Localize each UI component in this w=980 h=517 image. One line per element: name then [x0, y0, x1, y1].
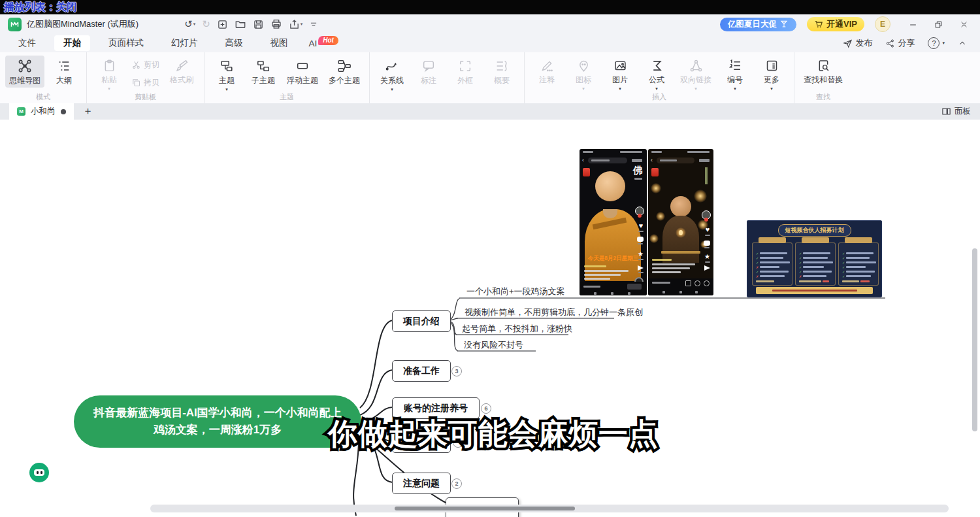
boundary-label: 外框 — [457, 75, 473, 86]
multi-topic-icon — [337, 59, 351, 73]
menu-file[interactable]: 文件 — [9, 35, 45, 51]
undo-button[interactable]: ↺▾ — [184, 18, 195, 30]
vip-upgrade-button[interactable]: 开通VIP — [807, 17, 864, 31]
comment-button[interactable]: 注释 — [530, 56, 564, 87]
branch-node-cautions[interactable]: 注意问题 — [392, 473, 451, 494]
save-button[interactable] — [253, 19, 264, 30]
more-insert-button[interactable]: 更多 ▾ — [755, 56, 789, 92]
find-replace-button[interactable]: 查找和替换 — [800, 56, 847, 87]
child-topic[interactable]: 起号简单，不投抖加，涨粉快 — [462, 323, 572, 335]
new-document-button[interactable] — [217, 19, 228, 30]
collapse-badge[interactable]: 3 — [451, 366, 462, 376]
help-icon: ? — [928, 37, 939, 49]
summary-button[interactable]: 概要 — [485, 56, 519, 88]
cut-button[interactable]: 剪切 — [129, 58, 162, 72]
icon-insert-button[interactable]: 图标 ▾ — [566, 56, 600, 92]
relation-line-button[interactable]: 关系线 ▾ — [375, 56, 409, 92]
callout-button[interactable]: 标注 — [412, 56, 446, 88]
child-topic[interactable]: 没有风险不封号 — [464, 339, 523, 351]
red-packet-icon — [651, 168, 659, 176]
vip-label: 开通VIP — [826, 18, 857, 30]
document-tab-bar: M 小和尚 ＋ 面板 — [0, 103, 980, 120]
horizontal-scrollbar-thumb[interactable] — [395, 507, 575, 510]
boundary-button[interactable]: 外框 — [448, 56, 482, 88]
redo-button[interactable]: ↻ — [202, 18, 210, 30]
outline-mode-label: 大纲 — [56, 75, 72, 86]
user-avatar[interactable]: E — [875, 16, 890, 32]
child-topic[interactable]: 一个小和尚+一段鸡汤文案 — [466, 286, 565, 297]
topic-button[interactable]: 主题 ▾ — [210, 56, 244, 92]
collapse-badge[interactable]: 2 — [451, 478, 462, 489]
help-button[interactable]: ?▾ — [928, 37, 945, 49]
comment-icon — [704, 241, 710, 248]
picture-icon — [613, 59, 627, 73]
title-bar: 亿图脑图MindMaster (试用版) ↺▾ ↻ ▾ 亿图夏日大促 开通VIP… — [0, 14, 980, 34]
plan-column-2: ✓ ✓ ✓ ✓ ✓ ✗ — [795, 242, 836, 286]
menu-home[interactable]: 开始 — [54, 35, 90, 51]
cocktail-icon — [779, 20, 789, 29]
picture-button[interactable]: 图片 ▾ — [603, 56, 637, 92]
document-tab[interactable]: M 小和尚 — [9, 103, 74, 120]
uploader-avatar-icon — [635, 207, 644, 218]
customize-toolbar-button[interactable] — [309, 20, 318, 29]
panel-toggle-button[interactable]: 面板 — [941, 106, 971, 117]
playlist-status-text: 播放列表：关闭 — [4, 1, 77, 14]
pin-smiley-icon — [577, 59, 591, 73]
child-topic[interactable]: 视频制作简单，不用剪辑功底，几分钟一条原创 — [465, 307, 643, 318]
publish-button[interactable]: 发布 — [843, 37, 872, 49]
copy-icon — [131, 78, 141, 88]
branch-node-project-intro[interactable]: 项目介绍 — [392, 310, 451, 332]
group-find: 查找和替换 查找 — [794, 52, 852, 103]
promo-label: 亿图夏日大促 — [728, 19, 777, 30]
candle-flame — [679, 230, 683, 235]
ai-assistant-button[interactable] — [29, 463, 49, 482]
back-icon: ‹ — [651, 157, 653, 163]
vertical-scrollbar-thumb[interactable] — [972, 248, 977, 431]
menu-slides[interactable]: 幻灯片 — [162, 35, 207, 51]
douyin-screenshot-1: ‹ 佛 今天是8月2日星期三 ♥ ★ — [580, 149, 647, 295]
floating-topic-button[interactable]: 浮动主题 — [283, 56, 322, 88]
collapse-ribbon-button[interactable] — [958, 39, 967, 48]
summary-icon — [495, 59, 509, 73]
share-button[interactable]: 分享 — [885, 37, 915, 49]
app-title: 亿图脑图MindMaster (试用版) — [27, 18, 139, 30]
floating-topic-label: 浮动主题 — [287, 75, 318, 86]
format-painter-button[interactable]: 格式刷 — [165, 56, 199, 87]
douyin-screenshot-2: ‹ ♥ ★ — [648, 149, 713, 295]
multi-topic-button[interactable]: 多个主题 — [325, 56, 364, 88]
open-file-button[interactable] — [235, 18, 246, 30]
document-icon: M — [17, 107, 25, 116]
calligraphy-text: 佛 — [633, 165, 643, 177]
summer-promo-banner[interactable]: 亿图夏日大促 — [720, 18, 796, 31]
bidirectional-link-button[interactable]: 双向链接 ▾ — [676, 56, 715, 92]
print-button[interactable] — [270, 18, 282, 30]
multi-topic-label: 多个主题 — [329, 75, 360, 86]
picture-label: 图片 — [612, 75, 628, 86]
menu-view[interactable]: 视图 — [261, 35, 297, 51]
export-button[interactable]: ▾ — [289, 19, 303, 30]
add-document-button[interactable]: ＋ — [83, 105, 93, 118]
copy-button[interactable]: 拷贝 — [129, 76, 162, 90]
outline-mode-button[interactable]: 大纲 — [47, 56, 81, 88]
menu-advanced[interactable]: 高级 — [216, 35, 252, 51]
menu-ai[interactable]: AIHot — [300, 37, 348, 50]
subtopic-button[interactable]: 子主题 — [246, 56, 280, 88]
group-label-topic: 主题 — [204, 92, 369, 102]
like-icon: ♥ — [638, 222, 644, 232]
menu-page-style[interactable]: 页面样式 — [99, 35, 153, 51]
formula-button[interactable]: 公式 ▾ — [640, 56, 674, 92]
numbering-button[interactable]: 编号 ▾ — [718, 56, 752, 92]
mindmap-mode-button[interactable]: 思维导图 — [5, 56, 44, 88]
close-button[interactable] — [960, 20, 968, 29]
horizontal-scrollbar[interactable] — [150, 505, 949, 512]
collapse-badge[interactable]: 6 — [481, 403, 491, 414]
restore-button[interactable] — [934, 20, 943, 29]
mindmap-canvas[interactable]: ‹ 佛 今天是8月2日星期三 ♥ ★ — [0, 120, 980, 517]
cut-label: 剪切 — [144, 59, 159, 71]
floating-topic-icon — [295, 59, 310, 73]
scissors-icon — [131, 60, 141, 70]
group-mode: 思维导图 大纲 模式 — [0, 52, 87, 103]
branch-node-preparation[interactable]: 准备工作 — [392, 360, 451, 382]
minimize-button[interactable] — [909, 20, 917, 29]
paste-button[interactable]: 粘贴 ▾ — [92, 56, 126, 92]
